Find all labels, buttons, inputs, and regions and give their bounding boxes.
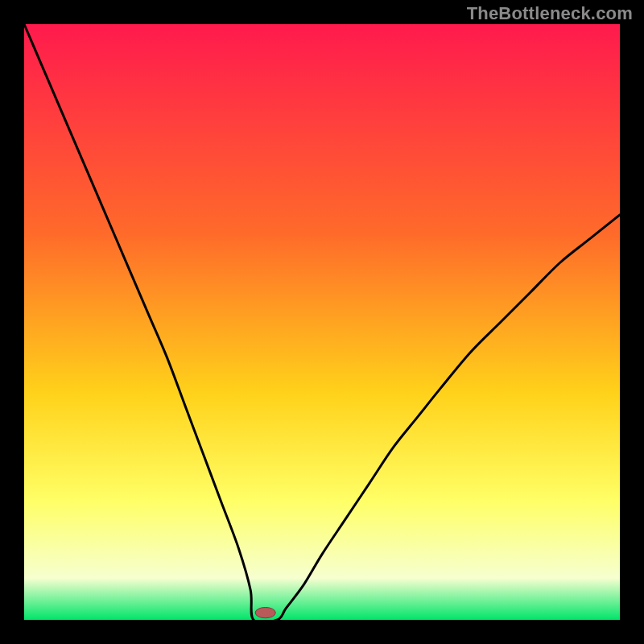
watermark-text: TheBottleneck.com — [467, 3, 633, 24]
plot-area — [24, 24, 620, 620]
gradient-background — [24, 24, 620, 620]
chart-frame: TheBottleneck.com — [0, 0, 644, 644]
optimal-point-marker — [255, 607, 275, 617]
bottleneck-curve-chart — [24, 24, 620, 620]
